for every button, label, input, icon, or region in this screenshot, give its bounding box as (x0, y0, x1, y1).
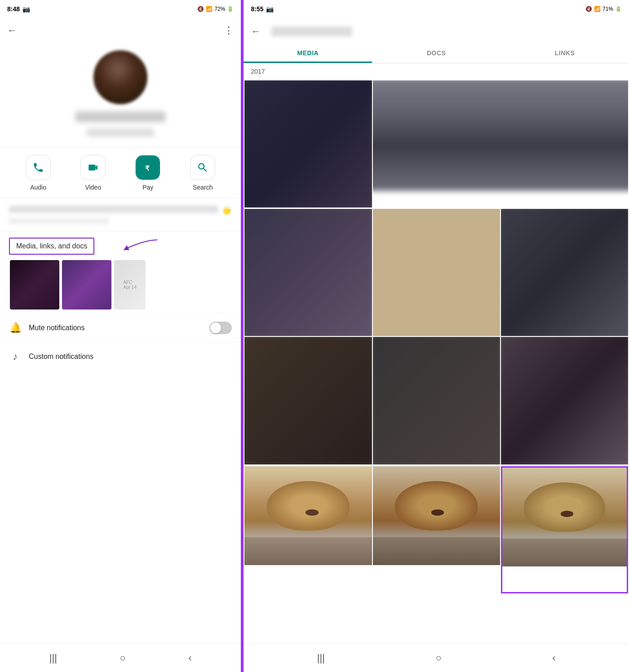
media-links-docs-label[interactable]: Media, links, and docs (9, 238, 94, 255)
right-clock: 8:55 (251, 5, 263, 13)
pay-button[interactable]: ₹ Pay (128, 155, 168, 191)
audio-label: Audio (30, 184, 46, 191)
right-battery: 71% (602, 6, 613, 12)
right-back-button[interactable]: ← (251, 26, 261, 37)
media-grid (244, 80, 629, 643)
sun-emoji: 🌟 (222, 206, 232, 216)
phone-icon (32, 162, 44, 173)
grid-item-2[interactable] (373, 80, 628, 208)
left-clock: 8:48 (7, 5, 20, 13)
svg-text:₹: ₹ (145, 164, 150, 172)
right-status-bar: 8:55 📷 🔇 📶 71% 🔋 (244, 0, 629, 18)
mute-notifications-row[interactable]: 🔔 Mute notifications (0, 313, 241, 342)
toggle-knob (210, 323, 221, 333)
media-thumb-more[interactable]: AFCApr 14 (114, 260, 146, 309)
avatar (93, 50, 147, 104)
about-sub-text (9, 218, 109, 224)
year-label: 2017 (244, 63, 629, 80)
media-section[interactable]: Media, links, and docs AFCApr 14 (0, 231, 241, 313)
left-nav-back-icon[interactable]: ‹ (188, 652, 191, 664)
left-time: 8:48 📷 (7, 5, 30, 13)
left-battery-icon: 🔋 (227, 6, 234, 12)
bell-icon: 🔔 (9, 322, 22, 334)
mute-label: Mute notifications (29, 324, 202, 332)
left-nav-menu-icon[interactable]: ||| (49, 652, 57, 664)
profile-phone (87, 128, 154, 137)
media-grid-inner (244, 80, 629, 465)
pay-icon-container: ₹ (135, 155, 160, 180)
video-button[interactable]: Video (73, 155, 113, 191)
right-nav-back-icon[interactable]: ‹ (552, 652, 555, 664)
video-icon-container (80, 155, 106, 180)
rupee-icon: ₹ (142, 162, 154, 173)
right-panel: 8:55 📷 🔇 📶 71% 🔋 ← MEDIA DOCS LINKS 2017 (244, 0, 629, 672)
media-thumbnails: AFCApr 14 (9, 260, 187, 309)
right-battery-icon: 🔋 (615, 6, 622, 12)
audio-icon-container (26, 155, 51, 180)
left-status-icons: 📷 (22, 5, 30, 13)
dog-photo-2[interactable] (373, 466, 500, 593)
right-status-right: 🔇 📶 71% 🔋 (585, 6, 622, 12)
media-thumb-2[interactable] (62, 260, 111, 309)
avatar-image (93, 50, 147, 104)
tab-links[interactable]: LINKS (501, 43, 629, 63)
tabs-container: MEDIA DOCS LINKS (244, 43, 629, 63)
custom-notif-label: Custom notifications (29, 353, 232, 361)
about-section: 🌟 (0, 199, 241, 231)
left-bottom-nav: ||| ○ ‹ (0, 643, 241, 672)
left-more-button[interactable]: ⋮ (224, 25, 234, 36)
left-nav-home-icon[interactable]: ○ (120, 652, 125, 664)
search-button[interactable]: Search (182, 155, 223, 191)
mute-toggle[interactable] (209, 322, 232, 334)
left-status-bar: 8:48 📷 🔇 📶 72% 🔋 (0, 0, 241, 18)
tab-links-label: LINKS (555, 49, 575, 57)
arrow-indicator (121, 235, 166, 258)
video-icon (87, 162, 99, 173)
about-text (9, 206, 218, 213)
grid-item-5[interactable] (373, 209, 500, 336)
left-top-nav: ← ⋮ (0, 18, 241, 43)
profile-name (75, 111, 165, 122)
pay-label: Pay (142, 184, 153, 191)
custom-notifications-row[interactable]: ♪ Custom notifications (0, 342, 241, 371)
grid-item-6[interactable] (501, 209, 628, 336)
video-label: Video (85, 184, 101, 191)
media-thumb-1[interactable] (10, 260, 59, 309)
left-back-button[interactable]: ← (7, 25, 17, 36)
search-icon-container (190, 155, 215, 180)
audio-button[interactable]: Audio (18, 155, 58, 191)
dog-photo-3[interactable] (501, 466, 628, 593)
left-battery: 72% (214, 6, 225, 12)
grid-item-4[interactable] (244, 209, 372, 336)
right-nav-home-icon[interactable]: ○ (435, 652, 441, 664)
right-time: 8:55 📷 (251, 5, 274, 13)
left-status-right: 🔇 📶 72% 🔋 (197, 6, 234, 12)
right-status-icons: 📷 (266, 5, 274, 13)
grid-item-1[interactable] (244, 80, 372, 208)
action-buttons: Audio Video ₹ Pay (0, 147, 241, 199)
grid-item-9[interactable] (501, 337, 628, 464)
tab-media-label: MEDIA (297, 49, 319, 57)
grid-item-8[interactable] (373, 337, 500, 464)
search-icon (197, 162, 208, 173)
right-wifi-icon: 📶 (594, 6, 601, 12)
right-nav-menu-icon[interactable]: ||| (317, 652, 325, 664)
right-silent-icon: 🔇 (585, 6, 592, 12)
left-panel: 8:48 📷 🔇 📶 72% 🔋 ← ⋮ A (0, 0, 242, 672)
search-label: Search (193, 184, 213, 191)
left-wifi-icon: 📶 (206, 6, 213, 12)
left-silent-icon: 🔇 (197, 6, 204, 12)
tab-docs[interactable]: DOCS (372, 43, 501, 63)
right-contact-name (271, 27, 352, 36)
dog-photos-row (244, 465, 629, 594)
tab-docs-label: DOCS (427, 49, 446, 57)
right-bottom-nav: ||| ○ ‹ (244, 643, 629, 672)
music-icon: ♪ (9, 351, 22, 363)
right-top-nav: ← (244, 18, 629, 43)
grid-item-7[interactable] (244, 337, 372, 464)
dog-photo-1[interactable] (244, 466, 372, 593)
profile-section (0, 43, 241, 147)
tab-media[interactable]: MEDIA (244, 43, 372, 63)
